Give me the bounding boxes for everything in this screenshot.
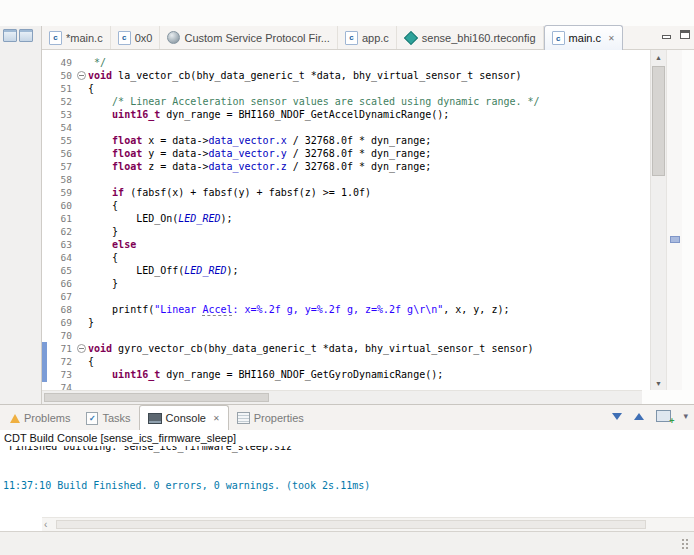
code-token <box>88 187 112 198</box>
code-line[interactable]: 73 uint16_t dyn_range = BHI160_NDOF_GetG… <box>42 368 682 381</box>
code-line[interactable]: 58 <box>42 173 682 186</box>
code-line[interactable]: 68 printf("Linear Accel: x=%.2f g, y=%.2… <box>42 303 682 316</box>
code-text: { <box>88 355 94 368</box>
maximize-icon[interactable] <box>680 30 690 39</box>
code-token: Accel <box>202 304 232 315</box>
code-line[interactable]: 53 uint16_t dyn_range = BHI160_NDOF_GetA… <box>42 108 682 121</box>
code-line[interactable]: 60 { <box>42 199 682 212</box>
editor[interactable]: 49 */50void la_vector_cb(bhy_data_generi… <box>42 50 694 390</box>
editor-tab-app.c[interactable]: capp.c <box>338 26 397 49</box>
editor-vertical-scrollbar[interactable]: ▲ ▼ <box>650 50 666 390</box>
line-number: 65 <box>48 264 76 277</box>
editor-tab--main.c[interactable]: c*main.c <box>42 26 111 49</box>
code-line[interactable]: 70 <box>42 329 682 342</box>
view-tab-tasks[interactable]: Tasks <box>78 406 138 430</box>
console-horizontal-scrollbar[interactable]: ‹ <box>42 517 694 531</box>
console-title-text: CDT Build Console [sense_ics_firmware_sl… <box>4 432 236 444</box>
fold-margin <box>76 56 88 69</box>
line-number: 66 <box>48 277 76 290</box>
fold-margin <box>76 160 88 173</box>
fold-margin <box>76 199 88 212</box>
view-tab-label: Console <box>166 412 206 424</box>
code-text: float y = data->data_vector.y / 32768.0f… <box>88 147 431 160</box>
up-arrow-icon[interactable] <box>634 413 644 420</box>
properties-icon <box>237 412 250 424</box>
code-line[interactable]: 49 */ <box>42 56 682 69</box>
scrollbar-thumb[interactable] <box>652 66 665 176</box>
editor-tab-main.c[interactable]: cmain.c✕ <box>544 25 623 50</box>
scroll-up-arrow-icon[interactable]: ▲ <box>651 50 666 64</box>
view-tab-problems[interactable]: Problems <box>2 406 78 430</box>
code-line[interactable]: 50void la_vector_cb(bhy_data_generic_t *… <box>42 69 682 82</box>
fold-margin <box>76 303 88 316</box>
console-title: CDT Build Console [sense_ics_firmware_sl… <box>0 430 694 446</box>
resize-grip[interactable] <box>681 538 690 551</box>
editor-tab-Custom-Service-Protocol-Fir...[interactable]: Custom Service Protocol Fir... <box>160 26 338 49</box>
overview-ruler-marker[interactable] <box>670 236 680 243</box>
scrollbar-thumb[interactable] <box>44 393 269 402</box>
code-line[interactable]: 59 if (fabsf(x) + fabsf(y) + fabsf(z) >=… <box>42 186 682 199</box>
line-number: 50 <box>48 69 76 82</box>
line-number: 62 <box>48 225 76 238</box>
code-line[interactable]: 62 } <box>42 225 682 238</box>
code-line[interactable]: 65 LED_Off(LED_RED); <box>42 264 682 277</box>
overview-ruler[interactable] <box>666 50 682 390</box>
code-token: ); <box>220 213 232 224</box>
view-tab-console[interactable]: Console✕ <box>139 405 229 430</box>
code-line[interactable]: 57 float z = data->data_vector.z / 32768… <box>42 160 682 173</box>
code-line[interactable]: 74 <box>42 381 682 390</box>
code-line[interactable]: 56 float y = data->data_vector.y / 32768… <box>42 147 682 160</box>
code-line[interactable]: 64 { <box>42 251 682 264</box>
editor-horizontal-scrollbar[interactable] <box>42 390 642 404</box>
minimize-icon[interactable] <box>662 30 671 39</box>
code-line[interactable]: 67 <box>42 290 682 303</box>
scroll-left-arrow-icon[interactable]: ‹ <box>44 518 47 531</box>
code-line[interactable]: 66 } <box>42 277 682 290</box>
down-arrow-icon[interactable] <box>612 413 622 420</box>
scroll-down-arrow-icon[interactable]: ▼ <box>651 376 666 390</box>
problems-icon <box>10 414 20 423</box>
code-token: gyro_vector_cb(bhy_data_generic_t *data,… <box>112 343 533 354</box>
window-controls <box>662 30 690 39</box>
fold-collapse-icon[interactable] <box>76 342 88 355</box>
editor-tab-0x0[interactable]: c0x0 <box>111 26 161 49</box>
code-token <box>88 161 112 172</box>
code-text: { <box>88 251 118 264</box>
code-area[interactable]: 49 */50void la_vector_cb(bhy_data_generi… <box>42 50 682 390</box>
close-tab-icon[interactable]: ✕ <box>213 414 220 423</box>
code-token: LED_RED <box>178 213 220 224</box>
code-token: / 32768.0f * dyn_range; <box>287 135 432 146</box>
code-line[interactable]: 69} <box>42 316 682 329</box>
code-token: "Linear <box>154 304 202 315</box>
open-console-icon[interactable] <box>656 410 671 422</box>
top-strip <box>0 0 694 26</box>
fold-margin <box>76 121 88 134</box>
line-number: 59 <box>48 186 76 199</box>
code-line[interactable]: 52 /* Linear Acceleration sensor values … <box>42 95 682 108</box>
code-token: : x=%.2f g, y=%.2f g, z=%.2f g\r\n" <box>233 304 444 315</box>
code-line[interactable]: 61 LED_On(LED_RED); <box>42 212 682 225</box>
fold-collapse-icon[interactable] <box>76 69 88 82</box>
code-line[interactable]: 51{ <box>42 82 682 95</box>
fold-margin <box>76 173 88 186</box>
editor-tab-label: Custom Service Protocol Fir... <box>184 32 330 44</box>
code-token: LED_On( <box>88 213 178 224</box>
line-number: 52 <box>48 95 76 108</box>
line-number: 70 <box>48 329 76 342</box>
chevron-down-icon[interactable] <box>683 412 688 421</box>
close-tab-icon[interactable]: ✕ <box>608 34 615 43</box>
restore-view-icon[interactable] <box>19 29 33 42</box>
restore-view-icon[interactable] <box>3 29 17 42</box>
view-tab-properties[interactable]: Properties <box>229 406 312 430</box>
tasks-icon <box>86 412 98 425</box>
code-text: float z = data->data_vector.z / 32768.0f… <box>88 160 431 173</box>
editor-tab-sense_bhi160.rteconfig[interactable]: sense_bhi160.rteconfig <box>397 26 544 49</box>
code-line[interactable]: 54 <box>42 121 682 134</box>
console-blank-lines <box>0 453 694 479</box>
code-line[interactable]: 55 float x = data->data_vector.x / 32768… <box>42 134 682 147</box>
code-line[interactable]: 72{ <box>42 355 682 368</box>
code-line[interactable]: 63 else <box>42 238 682 251</box>
code-text: } <box>88 225 118 238</box>
code-line[interactable]: 71void gyro_vector_cb(bhy_data_generic_t… <box>42 342 682 355</box>
scrollbar-thumb[interactable] <box>56 520 646 529</box>
